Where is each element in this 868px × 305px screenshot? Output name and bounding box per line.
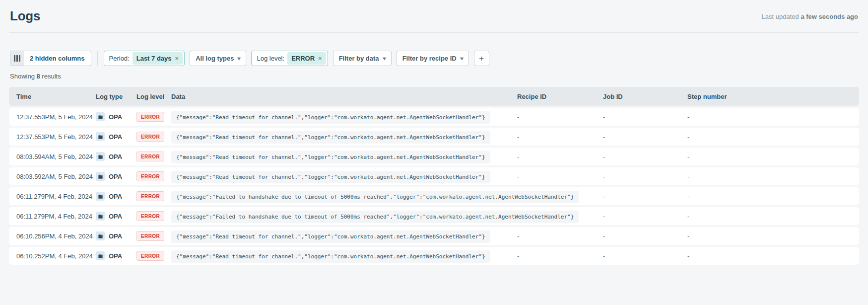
toolbar-separator bbox=[97, 51, 98, 66]
job-id-cell: - bbox=[603, 252, 687, 260]
log-type-label: OPA bbox=[109, 193, 122, 200]
log-data-cell: {"message":"Read timeout for channel.","… bbox=[171, 153, 517, 160]
step-number-cell: - bbox=[687, 133, 859, 141]
log-type-cell: OPA bbox=[96, 251, 136, 260]
period-filter-value: Last 7 days × bbox=[133, 52, 183, 65]
column-header-data: Data bbox=[171, 93, 517, 100]
recipe-id-cell: - bbox=[517, 213, 603, 220]
error-badge: ERROR bbox=[136, 211, 164, 221]
table-row[interactable]: 06:10.256PM, 4 Feb, 2024 OPA ERROR {"mes… bbox=[9, 227, 859, 245]
log-type-cell: OPA bbox=[96, 192, 136, 201]
job-id-cell: - bbox=[603, 232, 687, 240]
log-type-label: OPA bbox=[109, 113, 122, 121]
log-type-label: OPA bbox=[109, 232, 122, 240]
column-header-log-type: Log type bbox=[96, 93, 136, 100]
chevron-down-icon: ▾ bbox=[460, 56, 464, 61]
logs-page: Logs Last updated a few seconds ago 2 hi… bbox=[0, 0, 868, 305]
last-updated: Last updated a few seconds ago bbox=[762, 8, 858, 20]
step-number-cell: - bbox=[687, 232, 859, 240]
log-type-label: OPA bbox=[109, 252, 122, 260]
log-type-cell: OPA bbox=[96, 231, 136, 240]
opa-icon bbox=[96, 112, 105, 121]
opa-icon bbox=[96, 212, 105, 221]
log-data-json[interactable]: {"message":"Read timeout for channel.","… bbox=[171, 230, 490, 243]
period-filter-label: Period: bbox=[109, 55, 130, 62]
log-level-cell: ERROR bbox=[136, 191, 171, 201]
data-filter-label: Filter by data bbox=[339, 55, 379, 62]
recipe-id-cell: - bbox=[517, 113, 603, 121]
results-prefix: Showing bbox=[10, 73, 35, 80]
log-time: 08:03.594AM, 5 Feb, 2024 bbox=[16, 153, 96, 160]
error-badge: ERROR bbox=[136, 251, 164, 261]
recipe-id-filter-dropdown[interactable]: Filter by recipe ID ▾ bbox=[397, 51, 469, 66]
error-badge: ERROR bbox=[136, 191, 164, 201]
log-data-cell: {"message":"Failed to handshake due to t… bbox=[171, 213, 517, 220]
job-id-cell: - bbox=[603, 213, 687, 220]
results-suffix: results bbox=[42, 73, 61, 80]
error-badge: ERROR bbox=[136, 231, 164, 241]
column-header-log-level: Log level bbox=[136, 93, 171, 100]
log-time: 06:10.252PM, 4 Feb, 2024 bbox=[16, 252, 96, 260]
step-number-cell: - bbox=[687, 153, 859, 160]
recipe-id-cell: - bbox=[517, 153, 603, 160]
log-type-label: OPA bbox=[109, 133, 122, 141]
recipe-id-cell: - bbox=[517, 232, 603, 240]
log-type-label: OPA bbox=[109, 213, 122, 220]
job-id-cell: - bbox=[603, 173, 687, 180]
log-level-cell: ERROR bbox=[136, 152, 171, 161]
log-type-cell: OPA bbox=[96, 212, 136, 221]
job-id-cell: - bbox=[603, 113, 687, 121]
log-data-json[interactable]: {"message":"Read timeout for channel.","… bbox=[171, 151, 490, 163]
log-data-cell: {"message":"Read timeout for channel.","… bbox=[171, 173, 517, 180]
log-type-cell: OPA bbox=[96, 112, 136, 121]
log-data-json[interactable]: {"message":"Read timeout for channel.","… bbox=[171, 131, 490, 144]
last-updated-label: Last updated bbox=[762, 13, 799, 20]
hidden-columns-label: 2 hidden columns bbox=[24, 55, 91, 62]
table-row[interactable]: 12:37.553PM, 5 Feb, 2024 OPA ERROR {"mes… bbox=[9, 128, 859, 146]
log-type-cell: OPA bbox=[96, 172, 136, 181]
log-time: 06:11.279PM, 4 Feb, 2024 bbox=[16, 213, 96, 220]
log-level-filter-label: Log level: bbox=[257, 55, 284, 62]
log-time: 12:37.553PM, 5 Feb, 2024 bbox=[16, 113, 96, 121]
column-header-step-number: Step number bbox=[687, 93, 859, 100]
step-number-cell: - bbox=[687, 113, 859, 121]
step-number-cell: - bbox=[687, 193, 859, 200]
log-level-filter-chip[interactable]: Log level: ERROR × bbox=[251, 51, 328, 66]
table-row[interactable]: 06:11.279PM, 4 Feb, 2024 OPA ERROR {"mes… bbox=[9, 207, 859, 225]
opa-icon bbox=[96, 251, 105, 260]
log-data-json[interactable]: {"message":"Read timeout for channel.","… bbox=[171, 171, 490, 183]
log-level-filter-value: ERROR × bbox=[287, 52, 326, 65]
step-number-cell: - bbox=[687, 213, 859, 220]
filter-toolbar: 2 hidden columns Period: Last 7 days × A… bbox=[10, 51, 868, 66]
table-row[interactable]: 06:11.279PM, 4 Feb, 2024 OPA ERROR {"mes… bbox=[9, 187, 859, 205]
log-type-label: OPA bbox=[109, 153, 122, 160]
recipe-id-cell: - bbox=[517, 252, 603, 260]
column-header-recipe-id: Recipe ID bbox=[517, 93, 603, 100]
remove-period-filter-icon[interactable]: × bbox=[175, 55, 179, 62]
table-row[interactable]: 12:37.553PM, 5 Feb, 2024 OPA ERROR {"mes… bbox=[9, 108, 859, 126]
table-row[interactable]: 08:03.592AM, 5 Feb, 2024 OPA ERROR {"mes… bbox=[9, 167, 859, 185]
log-data-json[interactable]: {"message":"Read timeout for channel.","… bbox=[171, 111, 490, 124]
page-title: Logs bbox=[10, 8, 40, 24]
period-filter-chip[interactable]: Period: Last 7 days × bbox=[104, 51, 185, 66]
log-time: 06:11.279PM, 4 Feb, 2024 bbox=[16, 193, 96, 200]
recipe-id-filter-label: Filter by recipe ID bbox=[402, 55, 457, 62]
log-data-json[interactable]: {"message":"Read timeout for channel.","… bbox=[171, 250, 490, 263]
log-type-filter-dropdown[interactable]: All log types ▾ bbox=[190, 51, 246, 66]
log-type-filter-label: All log types bbox=[196, 55, 234, 62]
add-filter-button[interactable]: + bbox=[474, 51, 489, 66]
table-row[interactable]: 06:10.252PM, 4 Feb, 2024 OPA ERROR {"mes… bbox=[9, 247, 859, 265]
log-data-cell: {"message":"Read timeout for channel.","… bbox=[171, 252, 517, 260]
plus-icon: + bbox=[479, 54, 484, 64]
chevron-down-icon: ▾ bbox=[383, 56, 386, 61]
opa-icon bbox=[96, 152, 105, 161]
table-row[interactable]: 08:03.594AM, 5 Feb, 2024 OPA ERROR {"mes… bbox=[9, 148, 859, 165]
remove-log-level-filter-icon[interactable]: × bbox=[318, 55, 322, 62]
hidden-columns-button[interactable]: 2 hidden columns bbox=[10, 51, 91, 66]
error-badge: ERROR bbox=[136, 171, 164, 181]
columns-icon bbox=[10, 51, 24, 66]
recipe-id-cell: - bbox=[517, 173, 603, 180]
job-id-cell: - bbox=[603, 153, 687, 160]
column-header-job-id: Job ID bbox=[603, 93, 687, 100]
data-filter-dropdown[interactable]: Filter by data ▾ bbox=[333, 51, 392, 66]
